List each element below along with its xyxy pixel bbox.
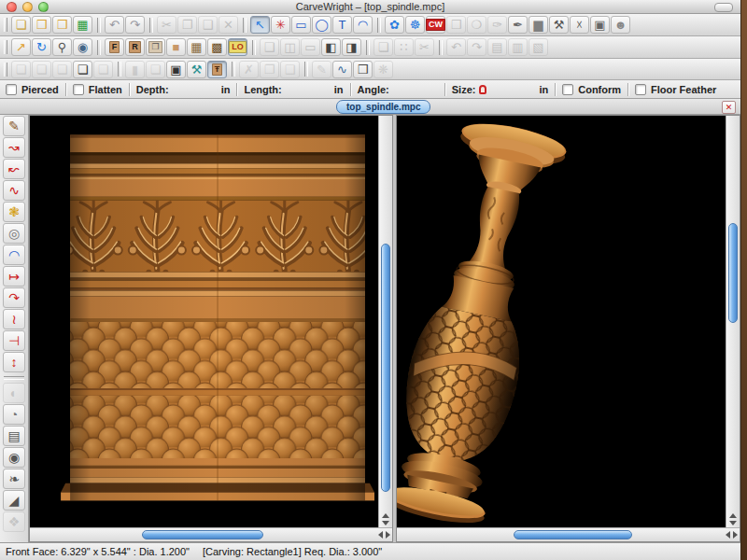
pattern-tool-icon: ❒ [451,19,462,31]
profile-tool-button[interactable]: ☻ [611,16,630,34]
hammer-tool-button[interactable]: ⚒ [549,16,569,34]
board-texture-button[interactable]: ▩ [207,38,227,56]
board-blank-button[interactable]: ■ [166,38,186,56]
ramp-pattern-tool[interactable]: ◢ [3,490,25,511]
close-document-button[interactable]: ✕ [722,101,736,114]
arc-down-tool[interactable]: ↜ [3,159,25,179]
scroll-up-arrow-icon[interactable] [729,513,737,518]
front-horizontal-scrollbar[interactable] [30,527,392,541]
line-horizontal-tool[interactable]: ↦ [3,266,25,287]
open-file-button[interactable]: ❒ [32,16,51,34]
save-button[interactable]: ▦ [73,16,92,34]
line-segment-tool[interactable]: ✎ [3,116,25,136]
zoom-tool-button[interactable]: ⚲ [52,38,72,56]
toolbar-toggle-button[interactable] [714,3,733,12]
carve-dark-button[interactable]: ❏ [73,61,92,78]
rear-face-button[interactable]: R [125,38,145,56]
node-edit-tool-button[interactable]: ✳ [271,16,290,34]
scroll-right-arrow-icon[interactable] [386,531,390,539]
document-tab[interactable]: top_spindle.mpc [336,100,430,114]
scroll-left-arrow-icon[interactable] [378,531,383,539]
visibility-button[interactable]: ◉ [73,38,92,56]
rotate-right-button: ↷ [467,38,486,56]
pan-tool-icon: ↗ [16,41,26,53]
arc-right-tool[interactable]: ↷ [3,287,25,308]
circle-tool-button[interactable]: ◯ [312,16,331,34]
circle-guide-tool[interactable]: ◎ [3,223,25,244]
rectangle-tool-button[interactable]: ▭ [291,16,311,34]
layout-button[interactable]: LO [228,38,247,56]
texture-button[interactable]: ▣ [166,61,186,78]
line-vertical-tool[interactable]: ↕ [3,352,25,372]
scan-tool-button[interactable]: ☸ [405,16,425,34]
angle-input[interactable] [393,82,438,96]
scan-tool-icon: ☸ [410,19,421,31]
connect-tool[interactable]: ⊣ [3,330,25,351]
arc-tool-button[interactable]: ◠ [353,16,373,34]
post-button[interactable]: Ŧ [207,61,227,78]
split-button: ✂ [415,38,434,56]
circle-guide-icon: ◎ [8,227,20,240]
multi-draw-tool[interactable]: ❃ [3,202,25,222]
spindle-3d-canvas[interactable] [397,116,726,527]
scroll-up-arrow-icon[interactable] [382,513,389,518]
pan-tool-button[interactable]: ↗ [11,38,31,56]
delete-button: ✕ [218,16,238,34]
mirror-vertical-button[interactable]: ◨ [342,38,361,56]
lock-icon[interactable] [479,85,486,94]
text-tool-button[interactable]: T [332,16,352,34]
open-pattern-button[interactable]: ❒ [52,16,72,34]
texture-pattern-tool[interactable]: ▤ [3,426,25,446]
checkbox-icon [6,84,17,95]
undo-button[interactable]: ↶ [105,16,124,34]
scroll-down-arrow-icon[interactable] [729,521,737,525]
front-face-canvas[interactable] [30,116,378,527]
length-input[interactable] [286,82,331,96]
carvewright-store-button[interactable]: CW [426,16,445,34]
depth-input[interactable] [173,82,218,96]
front-vertical-scrollbar[interactable] [378,116,392,527]
squiggle-tool[interactable]: ≀ [3,309,25,329]
front-face-button[interactable]: F [105,38,124,56]
size-input[interactable] [490,82,535,96]
pierced-checkbox[interactable]: Pierced [6,84,59,95]
sweep-button[interactable]: ∿ [332,61,352,78]
spindle-vertical-scrollbar[interactable] [726,116,740,527]
scrollbar-thumb[interactable] [514,530,632,539]
scroll-right-arrow-icon[interactable] [733,531,738,539]
front-face-carving [30,116,378,527]
drill-button[interactable]: ⚒ [187,61,206,78]
weld-tool-button[interactable]: ▆ [529,16,548,34]
stamp-pattern-tool[interactable]: ◉ [3,447,25,468]
board-grid-button[interactable]: ▦ [187,38,206,56]
leaf-pattern-tool[interactable]: ❧ [3,469,25,489]
import-icon: ❒ [358,63,369,76]
import-button[interactable]: ❒ [353,61,373,78]
arc-up-tool[interactable]: ↝ [3,137,25,158]
spindle-horizontal-scrollbar[interactable] [397,527,740,541]
dome-pattern-tool[interactable]: ◔ [3,404,25,425]
checkbox-icon [562,84,573,95]
tools-button[interactable]: ☓ [570,16,589,34]
scrollbar-thumb[interactable] [381,244,390,493]
board-edge-button[interactable]: ❐ [146,38,165,56]
stamp-tool-button[interactable]: ▣ [590,16,610,34]
redo-button[interactable]: ↷ [125,16,145,34]
new-file-button[interactable]: ❏ [11,16,31,34]
curve-tool[interactable]: ∿ [3,180,25,201]
flatten-checkbox[interactable]: Flatten [73,84,122,95]
scroll-down-arrow-icon[interactable] [382,521,389,525]
select-tool-button[interactable]: ↖ [250,16,270,34]
conform-checkbox[interactable]: Conform [562,84,621,95]
floor-feather-checkbox[interactable]: Floor Feather [635,84,716,95]
dome-node-tool[interactable]: ◠ [3,245,25,265]
scrollbar-thumb[interactable] [142,530,263,539]
scroll-left-arrow-icon[interactable] [726,531,730,539]
scrollbar-thumb[interactable] [728,223,738,324]
unfeather-tool-button[interactable]: ✒ [508,16,528,34]
shell-tool-button[interactable]: ✿ [385,16,404,34]
angle-field: Angle: [358,82,438,96]
texture-pattern-icon: ▤ [7,429,20,442]
mirror-horizontal-button[interactable]: ◧ [321,38,341,56]
rotate-view-button[interactable]: ↻ [32,38,51,56]
